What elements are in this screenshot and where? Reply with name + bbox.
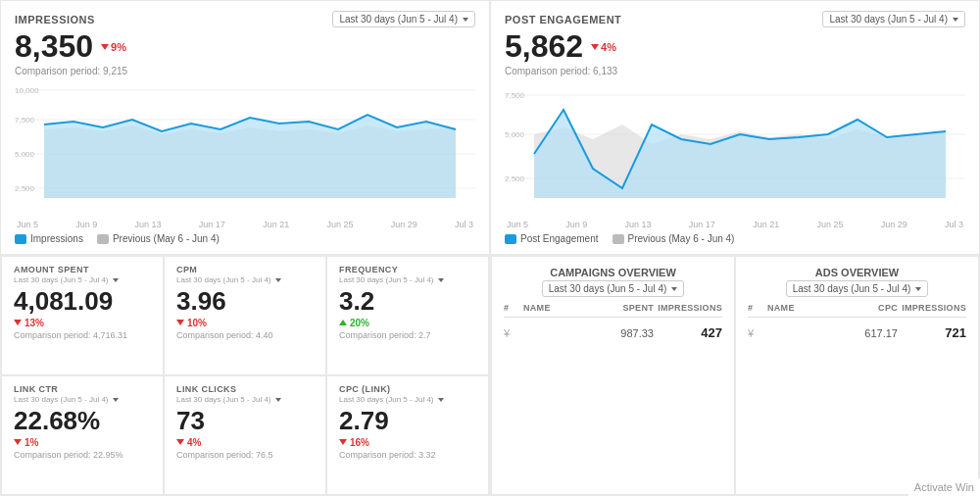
engagement-title: POST ENGAGEMENT [505,14,621,25]
tables-section: CAMPAIGNS OVERVIEW Last 30 days (Jun 5 -… [490,255,980,496]
chevron-icon [438,278,444,282]
legend-previous-eng: Previous (May 6 - Jun 4) [612,233,735,244]
chevron-icon [113,278,119,282]
campaigns-title: CAMPAIGNS OVERVIEW [504,267,722,278]
chevron-icon [275,398,281,402]
triangle-down-icon [101,44,109,50]
metric-date-2: Last 30 days (Jun 5 - Jul 4) [339,275,476,284]
campaigns-row-icon: ¥ [504,327,523,339]
metric-value-3: 22.68% [14,407,151,435]
campaigns-row-spent: 987.33 [585,327,654,339]
campaigns-panel: CAMPAIGNS OVERVIEW Last 30 days (Jun 5 -… [491,256,735,495]
metric-date-5: Last 30 days (Jun 5 - Jul 4) [339,395,476,404]
campaigns-col-name: NAME [523,303,585,313]
svg-text:7,500: 7,500 [15,116,35,124]
svg-text:2,500: 2,500 [15,184,35,193]
impressions-change: 9% [101,41,126,53]
impressions-legend: Impressions Previous (May 6 - Jun 4) [15,233,475,244]
metric-comparison-5: Comparison period: 3.32 [339,450,476,460]
impressions-value: 8,350 [15,29,93,64]
engagement-x-axis: Jun 5 Jun 9 Jun 13 Jun 17 Jun 21 Jun 25 … [505,220,965,229]
metric-comparison-2: Comparison period: 2.7 [339,330,476,340]
metric-card-5: CPC (LINK) Last 30 days (Jun 5 - Jul 4) … [326,375,489,495]
metric-value-2: 3.2 [339,287,476,316]
metric-change-4: 4% [176,437,314,448]
metric-change-3: 1% [14,437,151,448]
engagement-panel: POST ENGAGEMENT Last 30 days (Jun 5 - Ju… [490,0,980,255]
impressions-title: IMPRESSIONS [15,14,95,25]
metric-card-0: AMOUNT SPENT Last 30 days (Jun 5 - Jul 4… [1,256,164,375]
svg-text:5,000: 5,000 [15,150,35,159]
legend-blue-box [505,234,516,244]
legend-blue-box [15,234,26,244]
engagement-chart-area: 7,500 5,000 2,500 [505,80,965,218]
chevron-down-icon [953,18,958,22]
triangle-up-icon [339,320,347,325]
engagement-comparison: Comparison period: 6,133 [505,66,965,76]
metric-value-5: 2.79 [339,407,476,435]
metric-comparison-0: Comparison period: 4,716.31 [14,330,151,340]
ads-header: # NAME CPC IMPRESSIONS [748,303,966,318]
metrics-grid: AMOUNT SPENT Last 30 days (Jun 5 - Jul 4… [0,255,490,496]
metric-date-3: Last 30 days (Jun 5 - Jul 4) [14,395,151,404]
chevron-icon [275,278,281,282]
ads-row-cpc: 617.17 [839,327,898,339]
engagement-change: 4% [591,41,616,53]
campaigns-col-num: # [504,303,523,313]
campaigns-date-dropdown[interactable]: Last 30 days (Jun 5 - Jul 4) [542,280,685,297]
ads-row-impressions: 721 [898,325,966,340]
impressions-chart-area: 10,000 7,500 5,000 2,500 [15,80,475,218]
metric-title-5: CPC (LINK) [339,384,476,394]
metric-value-4: 73 [176,407,314,435]
metric-card-3: LINK CTR Last 30 days (Jun 5 - Jul 4) 22… [1,375,164,495]
legend-gray-box [612,234,624,244]
engagement-date-dropdown[interactable]: Last 30 days (Jun 5 - Jul 4) [822,11,965,27]
ads-col-name: NAME [767,303,839,313]
campaigns-row-impressions: 427 [654,325,722,340]
impressions-x-axis: Jun 5 Jun 9 Jun 13 Jun 17 Jun 21 Jun 25 … [15,220,475,229]
ads-panel: ADS OVERVIEW Last 30 days (Jun 5 - Jul 4… [735,256,979,495]
metric-card-4: LINK CLICKS Last 30 days (Jun 5 - Jul 4)… [164,375,326,495]
impressions-comparison: Comparison period: 9,215 [15,66,475,76]
metric-change-1: 10% [176,318,314,328]
legend-gray-box [97,234,109,244]
triangle-down-icon [14,320,22,325]
chevron-icon [438,398,444,402]
chevron-icon [113,398,119,402]
activate-windows-text: Activate Win [908,478,980,496]
chevron-down-icon [671,287,677,291]
metric-comparison-3: Comparison period: 22.95% [14,450,151,460]
metric-title-3: LINK CTR [14,384,151,394]
metric-change-5: 16% [339,437,476,448]
legend-current-eng: Post Engagement [505,233,599,244]
ads-col-impressions: IMPRESSIONS [898,303,966,313]
engagement-legend: Post Engagement Previous (May 6 - Jun 4) [505,233,965,244]
impressions-date-dropdown[interactable]: Last 30 days (Jun 5 - Jul 4) [332,11,475,27]
campaigns-row-0: ¥ 987.33 427 [504,322,722,344]
metric-date-0: Last 30 days (Jun 5 - Jul 4) [14,275,151,284]
legend-current: Impressions [15,233,83,244]
metric-value-0: 4,081.09 [14,287,151,316]
metric-date-1: Last 30 days (Jun 5 - Jul 4) [176,275,314,284]
triangle-down-icon [14,439,22,445]
ads-title: ADS OVERVIEW [748,267,966,278]
ads-date-dropdown[interactable]: Last 30 days (Jun 5 - Jul 4) [786,280,929,297]
ads-col-cpc: CPC [839,303,898,313]
legend-previous: Previous (May 6 - Jun 4) [97,233,220,244]
metric-change-0: 13% [14,318,151,328]
metric-title-4: LINK CLICKS [176,384,314,394]
campaigns-col-impressions: IMPRESSIONS [654,303,722,313]
triangle-down-icon [176,320,184,325]
ads-col-num: # [748,303,767,313]
campaigns-col-spent: SPENT [585,303,654,313]
ads-row-0: ¥ 617.17 721 [748,322,966,344]
triangle-down-icon [176,439,184,445]
impressions-panel: IMPRESSIONS Last 30 days (Jun 5 - Jul 4)… [0,0,490,255]
campaigns-header: # NAME SPENT IMPRESSIONS [504,303,722,318]
metric-comparison-1: Comparison period: 4.40 [176,330,314,340]
ads-row-icon: ¥ [748,327,767,339]
triangle-down-icon [591,44,599,50]
svg-text:5,000: 5,000 [505,130,525,139]
metric-card-1: CPM Last 30 days (Jun 5 - Jul 4) 3.96 10… [164,256,326,375]
svg-text:2,500: 2,500 [505,174,525,183]
